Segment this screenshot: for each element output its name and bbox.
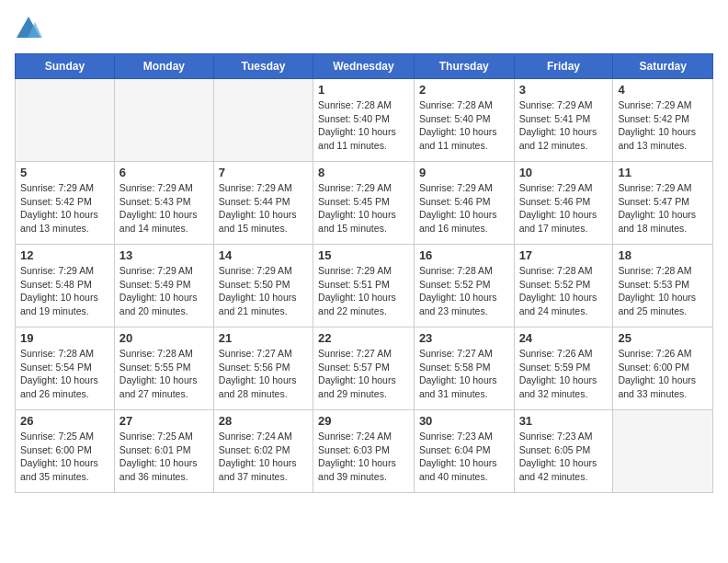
day-number: 21: [219, 331, 308, 345]
day-info: Sunrise: 7:25 AM Sunset: 6:00 PM Dayligh…: [20, 430, 109, 484]
day-number: 18: [618, 248, 708, 262]
day-number: 10: [519, 166, 609, 179]
day-info: Sunrise: 7:29 AM Sunset: 5:47 PM Dayligh…: [618, 181, 708, 236]
day-info: Sunrise: 7:27 AM Sunset: 5:56 PM Dayligh…: [219, 347, 308, 401]
calendar-cell: 3Sunrise: 7:29 AM Sunset: 5:41 PM Daylig…: [514, 79, 613, 162]
calendar-cell: 22Sunrise: 7:27 AM Sunset: 5:57 PM Dayli…: [313, 327, 415, 410]
calendar-cell: 9Sunrise: 7:29 AM Sunset: 5:46 PM Daylig…: [414, 162, 514, 245]
day-number: 6: [119, 166, 209, 179]
day-number: 23: [419, 331, 509, 345]
day-info: Sunrise: 7:29 AM Sunset: 5:42 PM Dayligh…: [618, 98, 708, 153]
calendar-cell: 13Sunrise: 7:29 AM Sunset: 5:49 PM Dayli…: [114, 245, 213, 327]
day-number: 12: [20, 248, 109, 262]
day-of-week-header: Friday: [514, 54, 613, 79]
calendar-week-row: 5Sunrise: 7:29 AM Sunset: 5:42 PM Daylig…: [16, 162, 713, 245]
calendar-cell: 23Sunrise: 7:27 AM Sunset: 5:58 PM Dayli…: [414, 327, 514, 410]
day-number: 25: [618, 331, 708, 345]
day-number: 3: [519, 83, 609, 97]
day-number: 22: [318, 331, 409, 345]
day-info: Sunrise: 7:29 AM Sunset: 5:45 PM Dayligh…: [318, 181, 409, 236]
day-number: 30: [419, 414, 509, 428]
day-number: 17: [519, 248, 609, 262]
calendar-cell: 5Sunrise: 7:29 AM Sunset: 5:42 PM Daylig…: [16, 162, 115, 245]
day-number: 11: [618, 166, 708, 179]
day-number: 15: [318, 248, 409, 262]
day-info: Sunrise: 7:24 AM Sunset: 6:02 PM Dayligh…: [219, 430, 308, 484]
day-info: Sunrise: 7:23 AM Sunset: 6:05 PM Dayligh…: [519, 430, 609, 484]
day-of-week-header: Saturday: [613, 54, 713, 79]
calendar-cell: 28Sunrise: 7:24 AM Sunset: 6:02 PM Dayli…: [213, 410, 313, 493]
calendar-header-row: SundayMondayTuesdayWednesdayThursdayFrid…: [16, 54, 713, 79]
day-of-week-header: Tuesday: [213, 54, 313, 79]
calendar-cell: 21Sunrise: 7:27 AM Sunset: 5:56 PM Dayli…: [213, 327, 313, 410]
day-number: 24: [519, 331, 609, 345]
calendar-cell: 16Sunrise: 7:28 AM Sunset: 5:52 PM Dayli…: [414, 245, 514, 327]
calendar-cell: [114, 79, 213, 162]
day-of-week-header: Monday: [114, 54, 213, 79]
day-info: Sunrise: 7:28 AM Sunset: 5:40 PM Dayligh…: [318, 98, 409, 153]
day-number: 4: [618, 83, 708, 97]
day-info: Sunrise: 7:29 AM Sunset: 5:42 PM Dayligh…: [20, 181, 109, 236]
calendar-cell: [16, 79, 115, 162]
calendar-week-row: 1Sunrise: 7:28 AM Sunset: 5:40 PM Daylig…: [16, 79, 713, 162]
calendar-cell: 17Sunrise: 7:28 AM Sunset: 5:52 PM Dayli…: [514, 245, 613, 327]
calendar-cell: 12Sunrise: 7:29 AM Sunset: 5:48 PM Dayli…: [16, 245, 115, 327]
day-info: Sunrise: 7:29 AM Sunset: 5:46 PM Dayligh…: [519, 181, 609, 236]
day-number: 9: [419, 166, 509, 179]
day-info: Sunrise: 7:26 AM Sunset: 6:00 PM Dayligh…: [618, 347, 708, 401]
calendar-cell: 11Sunrise: 7:29 AM Sunset: 5:47 PM Dayli…: [613, 162, 713, 245]
day-info: Sunrise: 7:29 AM Sunset: 5:49 PM Dayligh…: [119, 264, 209, 318]
day-number: 19: [20, 331, 109, 345]
day-of-week-header: Thursday: [414, 54, 514, 79]
day-number: 26: [20, 414, 109, 428]
calendar-cell: 4Sunrise: 7:29 AM Sunset: 5:42 PM Daylig…: [613, 79, 713, 162]
day-number: 28: [219, 414, 308, 428]
calendar-cell: 20Sunrise: 7:28 AM Sunset: 5:55 PM Dayli…: [114, 327, 213, 410]
day-number: 2: [419, 83, 509, 97]
day-info: Sunrise: 7:23 AM Sunset: 6:04 PM Dayligh…: [419, 430, 509, 484]
day-info: Sunrise: 7:28 AM Sunset: 5:52 PM Dayligh…: [419, 264, 509, 318]
calendar-week-row: 19Sunrise: 7:28 AM Sunset: 5:54 PM Dayli…: [16, 327, 713, 410]
day-number: 31: [519, 414, 609, 428]
day-info: Sunrise: 7:25 AM Sunset: 6:01 PM Dayligh…: [119, 430, 209, 484]
day-info: Sunrise: 7:24 AM Sunset: 6:03 PM Dayligh…: [318, 430, 409, 484]
day-info: Sunrise: 7:29 AM Sunset: 5:44 PM Dayligh…: [219, 181, 308, 236]
day-info: Sunrise: 7:28 AM Sunset: 5:53 PM Dayligh…: [618, 264, 708, 318]
day-number: 20: [119, 331, 209, 345]
calendar-cell: 1Sunrise: 7:28 AM Sunset: 5:40 PM Daylig…: [313, 79, 415, 162]
logo-icon: [15, 15, 42, 42]
calendar-cell: 15Sunrise: 7:29 AM Sunset: 5:51 PM Dayli…: [313, 245, 415, 327]
day-info: Sunrise: 7:26 AM Sunset: 5:59 PM Dayligh…: [519, 347, 609, 401]
day-number: 1: [318, 83, 409, 97]
day-info: Sunrise: 7:29 AM Sunset: 5:48 PM Dayligh…: [20, 264, 109, 318]
day-info: Sunrise: 7:28 AM Sunset: 5:54 PM Dayligh…: [20, 347, 109, 401]
calendar-cell: 6Sunrise: 7:29 AM Sunset: 5:43 PM Daylig…: [114, 162, 213, 245]
calendar-week-row: 12Sunrise: 7:29 AM Sunset: 5:48 PM Dayli…: [16, 245, 713, 327]
day-info: Sunrise: 7:29 AM Sunset: 5:46 PM Dayligh…: [419, 181, 509, 236]
calendar-cell: 27Sunrise: 7:25 AM Sunset: 6:01 PM Dayli…: [114, 410, 213, 493]
day-number: 14: [219, 248, 308, 262]
calendar-cell: 2Sunrise: 7:28 AM Sunset: 5:40 PM Daylig…: [414, 79, 514, 162]
day-info: Sunrise: 7:29 AM Sunset: 5:43 PM Dayligh…: [119, 181, 209, 236]
calendar-cell: 26Sunrise: 7:25 AM Sunset: 6:00 PM Dayli…: [16, 410, 115, 493]
day-info: Sunrise: 7:28 AM Sunset: 5:52 PM Dayligh…: [519, 264, 609, 318]
day-info: Sunrise: 7:27 AM Sunset: 5:58 PM Dayligh…: [419, 347, 509, 401]
calendar-cell: 18Sunrise: 7:28 AM Sunset: 5:53 PM Dayli…: [613, 245, 713, 327]
day-number: 5: [20, 166, 109, 179]
day-info: Sunrise: 7:29 AM Sunset: 5:50 PM Dayligh…: [219, 264, 308, 318]
day-info: Sunrise: 7:27 AM Sunset: 5:57 PM Dayligh…: [318, 347, 409, 401]
day-info: Sunrise: 7:28 AM Sunset: 5:40 PM Dayligh…: [419, 98, 509, 153]
calendar-cell: 25Sunrise: 7:26 AM Sunset: 6:00 PM Dayli…: [613, 327, 713, 410]
calendar-cell: 24Sunrise: 7:26 AM Sunset: 5:59 PM Dayli…: [514, 327, 613, 410]
day-number: 13: [119, 248, 209, 262]
calendar-cell: 8Sunrise: 7:29 AM Sunset: 5:45 PM Daylig…: [313, 162, 415, 245]
day-of-week-header: Wednesday: [313, 54, 415, 79]
logo: [15, 15, 46, 42]
calendar-week-row: 26Sunrise: 7:25 AM Sunset: 6:00 PM Dayli…: [16, 410, 713, 493]
calendar-cell: 29Sunrise: 7:24 AM Sunset: 6:03 PM Dayli…: [313, 410, 415, 493]
calendar-table: SundayMondayTuesdayWednesdayThursdayFrid…: [15, 53, 713, 493]
calendar-cell: 31Sunrise: 7:23 AM Sunset: 6:05 PM Dayli…: [514, 410, 613, 493]
calendar-cell: 19Sunrise: 7:28 AM Sunset: 5:54 PM Dayli…: [16, 327, 115, 410]
day-number: 29: [318, 414, 409, 428]
day-number: 16: [419, 248, 509, 262]
